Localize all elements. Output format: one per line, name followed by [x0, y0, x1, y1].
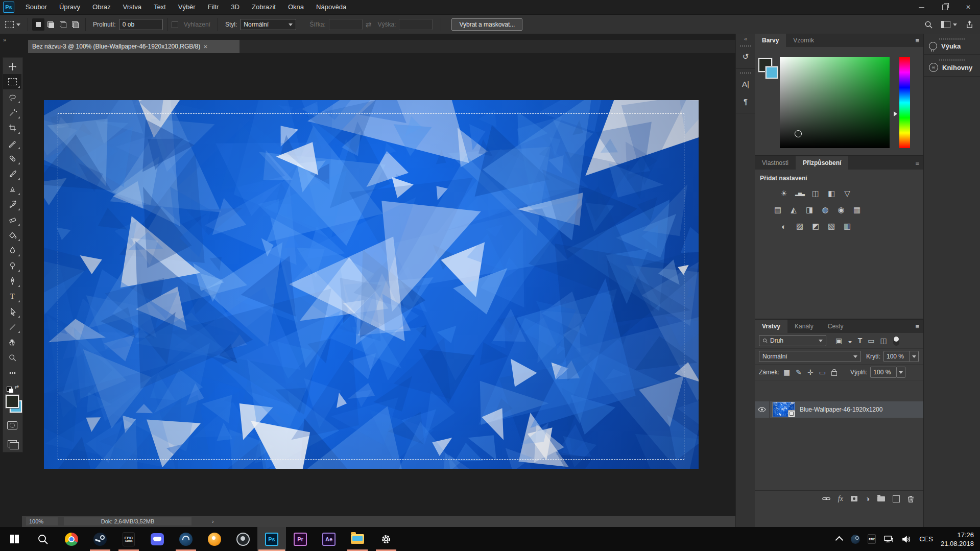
zoom-level-field[interactable]: 100% [26, 517, 58, 525]
vibrance-icon[interactable]: ▽ [842, 188, 853, 199]
taskbar-epic-games[interactable]: EPICGAMES [114, 527, 143, 551]
type-tool[interactable]: T [3, 289, 21, 304]
layer-filter-select[interactable]: Druh [759, 335, 826, 346]
menu-vyber[interactable]: Výběr [172, 0, 202, 14]
edit-toolbar-button[interactable] [3, 365, 21, 380]
crop-tool[interactable] [3, 120, 21, 135]
channel-mixer-icon[interactable]: ◉ [835, 204, 847, 215]
taskbar-discord[interactable] [143, 527, 172, 551]
panel-menu-icon[interactable]: ≡ [915, 156, 919, 170]
gradient-map-icon[interactable]: ▥ [842, 221, 853, 232]
menu-okna[interactable]: Okna [282, 0, 310, 14]
new-adjustment-layer-icon[interactable]: ◑ [865, 494, 870, 503]
move-tool[interactable] [3, 59, 21, 74]
threshold-icon[interactable]: ◩ [810, 221, 821, 232]
taskbar-steam[interactable] [86, 527, 114, 551]
exposure-icon[interactable]: ◧ [826, 188, 837, 199]
rectangular-marquee-tool[interactable] [3, 74, 21, 89]
taskbar-premiere[interactable]: Pr [286, 527, 315, 551]
invert-icon[interactable]: ◐ [778, 221, 790, 232]
tab-vrstvy[interactable]: Vrstvy [755, 320, 787, 333]
menu-soubor[interactable]: Soubor [19, 0, 53, 14]
curves-icon[interactable]: ◫ [810, 188, 821, 199]
swap-colors-widget[interactable]: ⇄ [3, 384, 21, 393]
brightness-contrast-icon[interactable]: ☀ [778, 188, 790, 199]
lock-all-icon[interactable] [831, 371, 837, 376]
new-group-icon[interactable] [877, 496, 885, 501]
taskbar-teamspeak[interactable] [172, 527, 200, 551]
height-input[interactable] [399, 19, 433, 30]
lasso-tool[interactable] [3, 89, 21, 105]
paragraph-panel-icon[interactable]: ¶ [736, 92, 755, 110]
volume-icon[interactable] [901, 535, 912, 544]
photo-filter-icon[interactable]: ◍ [820, 204, 831, 215]
saturation-brightness-field[interactable] [780, 57, 890, 148]
network-icon[interactable] [883, 535, 894, 544]
width-input[interactable] [329, 19, 363, 30]
start-button[interactable] [0, 527, 29, 551]
tab-kanaly[interactable]: Kanály [787, 320, 821, 333]
taskbar-settings[interactable] [372, 527, 400, 551]
paint-bucket-tool[interactable] [3, 227, 21, 243]
taskbar-gom-player[interactable] [200, 527, 229, 551]
eraser-tool[interactable] [3, 212, 21, 227]
posterize-icon[interactable]: ▨ [794, 221, 805, 232]
add-to-selection-button[interactable] [44, 18, 57, 31]
close-button[interactable]: ✕ [957, 0, 980, 14]
hue-saturation-icon[interactable]: ▤ [772, 204, 783, 215]
delete-layer-icon[interactable] [907, 495, 914, 502]
menu-vrstva[interactable]: Vrstva [117, 0, 148, 14]
opacity-dropdown[interactable] [910, 351, 919, 362]
lock-artboard-icon[interactable]: ▭ [819, 368, 826, 376]
lock-transparency-icon[interactable]: ▦ [783, 368, 790, 376]
search-icon[interactable] [924, 20, 933, 29]
select-and-mask-button[interactable]: Vybrat a maskovat... [451, 18, 522, 31]
share-icon[interactable] [965, 20, 974, 29]
filter-smart-objects-icon[interactable]: ◫ [880, 337, 887, 345]
layer-visibility-toggle[interactable] [755, 401, 770, 418]
feather-input[interactable]: 0 ob [119, 19, 163, 30]
clock[interactable]: 17:26 21.08.2018 [941, 531, 974, 548]
hand-tool[interactable] [3, 334, 21, 350]
minimize-button[interactable] [910, 0, 933, 14]
document-canvas[interactable] [44, 100, 699, 469]
document-tab[interactable]: Bez názvu-3 @ 100% (Blue-Wallpaper-46-19… [28, 40, 240, 53]
filter-shape-layers-icon[interactable]: ▭ [868, 337, 874, 345]
menu-napoveda[interactable]: Nápověda [310, 0, 352, 14]
history-panel-icon[interactable]: ↺ [736, 48, 755, 65]
zoom-tool[interactable] [3, 350, 21, 365]
filter-adjustment-layers-icon[interactable]: ◒ [848, 337, 852, 345]
color-lookup-icon[interactable]: ▦ [851, 204, 863, 215]
eyedropper-tool[interactable] [3, 135, 21, 151]
tray-overflow-icon[interactable] [835, 536, 844, 544]
panel-menu-icon[interactable]: ≡ [915, 34, 919, 47]
new-layer-icon[interactable] [893, 495, 900, 502]
collapse-panels-icon[interactable]: « [736, 34, 755, 42]
tab-vzornik[interactable]: Vzorník [786, 34, 821, 47]
tray-steam-icon[interactable] [851, 535, 860, 544]
menu-3d[interactable]: 3D [225, 0, 246, 14]
screen-mode-button[interactable] [3, 437, 21, 451]
fill-value[interactable]: 100 % [870, 367, 897, 378]
blur-tool[interactable] [3, 243, 21, 258]
path-selection-tool[interactable] [3, 304, 21, 319]
layer-name[interactable]: Blue-Wallpaper-46-1920x1200 [800, 406, 882, 413]
lock-pixels-icon[interactable]: ✎ [796, 368, 802, 376]
lock-position-icon[interactable]: ✛ [807, 368, 814, 376]
character-panel-icon[interactable]: A| [736, 75, 755, 92]
menu-text[interactable]: Text [148, 0, 172, 14]
intersect-selection-button[interactable] [69, 18, 81, 31]
background-color-swatch[interactable] [766, 66, 778, 79]
workspace-switcher[interactable] [941, 21, 957, 28]
learn-panel-button[interactable]: Výuka [924, 38, 980, 55]
blend-mode-select[interactable]: Normální [759, 351, 861, 362]
filter-toggle[interactable] [893, 336, 899, 346]
layer-thumbnail[interactable] [773, 402, 795, 417]
language-indicator[interactable]: CES [919, 535, 933, 543]
tab-cesty[interactable]: Cesty [821, 320, 851, 333]
tab-vlastnosti[interactable]: Vlastnosti [755, 156, 796, 170]
spot-healing-brush-tool[interactable] [3, 151, 21, 166]
selective-color-icon[interactable]: ▧ [826, 221, 837, 232]
opacity-value[interactable]: 100 % [883, 351, 910, 362]
taskbar-photoshop[interactable]: Ps [257, 527, 286, 551]
